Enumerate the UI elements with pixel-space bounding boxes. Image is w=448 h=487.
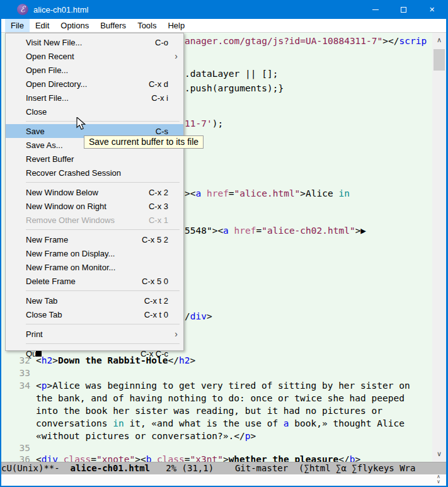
code-line: .push(arguments);} xyxy=(185,82,284,95)
code-token: a xyxy=(195,188,201,198)
code-token: the bank, and of having nothing to do: o… xyxy=(36,393,405,403)
code-token: "x3nt" xyxy=(190,454,223,462)
menubar-item-tools[interactable]: Tools xyxy=(132,19,162,32)
menubar-item-edit[interactable]: Edit xyxy=(30,19,55,32)
menu-item-shortcut: C-x t 2 xyxy=(144,296,168,306)
menu-item-recover-crashed-session[interactable]: Recover Crashed Session xyxy=(6,166,183,180)
emacs-app-icon: ℰ xyxy=(17,4,28,15)
menubar: FileEditOptionsBuffersToolsHelp xyxy=(0,19,448,33)
code-token xyxy=(201,188,207,198)
code-token: >< xyxy=(185,188,195,198)
menu-item-label: New Frame on Display... xyxy=(26,249,183,258)
menu-item-close-tab[interactable]: Close TabC-x t 0 xyxy=(6,307,183,321)
menu-item-new-frame-on-monitor[interactable]: New Frame on Monitor... xyxy=(6,260,183,274)
menu-item-label: Delete Frame xyxy=(26,277,142,286)
mouse-cursor-icon xyxy=(76,117,89,131)
echo-area[interactable]: ∧ ∨ xyxy=(1,474,446,486)
code-token: conversations xyxy=(36,418,113,428)
code-token: / xyxy=(185,311,190,321)
code-token: div xyxy=(190,311,207,321)
close-icon: ✕ xyxy=(429,6,435,14)
line-number: 34 xyxy=(1,379,30,392)
menu-item-new-frame-on-display[interactable]: New Frame on Display... xyxy=(6,246,183,260)
code-token: "alice.html" xyxy=(234,188,301,198)
code-token: > xyxy=(223,454,229,462)
scrollbar-up-arrow[interactable]: ∧ xyxy=(432,34,446,47)
code-token: 11-7' xyxy=(185,118,212,129)
code-token: it, «and what is the use of xyxy=(124,418,284,428)
scrollbar[interactable]: ∧ ∨ xyxy=(432,33,446,462)
code-token: > xyxy=(250,431,256,441)
code-token: = xyxy=(229,188,234,198)
code-token: </ xyxy=(338,454,349,462)
menu-item-insert-file[interactable]: Insert File...C-x i xyxy=(6,91,183,105)
menu-item-label: Insert File... xyxy=(26,93,151,103)
code-token: ></ xyxy=(382,36,399,46)
minimize-icon xyxy=(372,9,379,10)
maximize-icon xyxy=(401,7,406,13)
code-line: .dataLayer || []; xyxy=(185,67,278,80)
menu-item-label: Recover Crashed Session xyxy=(26,168,183,178)
menu-item-label: Visit New File... xyxy=(26,38,155,47)
menu-item-label: New Window Below xyxy=(26,188,149,197)
menu-item-label: New Frame xyxy=(26,235,142,244)
menu-item-new-window-on-right[interactable]: New Window on RightC-x 3 xyxy=(6,199,183,213)
menu-item-delete-frame[interactable]: Delete FrameC-x 5 0 xyxy=(6,274,183,288)
save-tooltip: Save current buffer to its file xyxy=(84,135,204,149)
code-token: in xyxy=(338,188,349,198)
menu-item-new-tab[interactable]: New TabC-x t 2 xyxy=(6,294,183,307)
code-text: conversations in it, «and what is the us… xyxy=(36,417,405,430)
close-button[interactable]: ✕ xyxy=(418,0,446,19)
menu-item-print[interactable]: Print› xyxy=(6,327,183,341)
code-token: anager.com/gtag/js?id=UA-10884311-7" xyxy=(185,36,382,46)
code-token: = xyxy=(185,454,190,462)
code-token: book,» thought Alice xyxy=(289,418,405,428)
menubar-item-buffers[interactable]: Buffers xyxy=(95,19,132,32)
code-token xyxy=(58,454,64,462)
minibuffer-scroll-arrows: ∧ ∨ xyxy=(435,474,442,486)
menu-item-shortcut: C-x t 0 xyxy=(144,310,168,319)
menu-item-shortcut: C-x 1 xyxy=(149,215,168,225)
menu-item-open-file[interactable]: Open File... xyxy=(6,63,183,77)
line-number: 33 xyxy=(1,367,30,379)
scrollbar-thumb[interactable] xyxy=(434,49,445,71)
menubar-item-file[interactable]: File xyxy=(5,19,30,32)
code-token: class xyxy=(64,454,91,462)
minimize-button[interactable] xyxy=(361,0,389,19)
menubar-item-options[interactable]: Options xyxy=(55,19,95,32)
titlebar[interactable]: ℰ alice-ch01.html ✕ xyxy=(0,0,448,19)
menu-item-shortcut: C-o xyxy=(155,38,168,47)
code-token: >Alice xyxy=(300,188,338,198)
code-token: «without pictures or conversation?».</ xyxy=(36,431,245,441)
code-text: the bank, and of having nothing to do: o… xyxy=(36,392,405,404)
line-number: 36 xyxy=(1,453,30,462)
code-token: div xyxy=(42,454,58,462)
menu-item-new-frame[interactable]: New FrameC-x 5 2 xyxy=(6,232,183,246)
code-token: = xyxy=(256,226,262,236)
modeline-buffer-name: alice-ch01.html xyxy=(71,463,150,473)
menu-item-visit-new-file[interactable]: Visit New File...C-o xyxy=(6,35,183,49)
menu-item-open-recent[interactable]: Open Recent› xyxy=(6,49,183,63)
menu-item-quit[interactable]: QuitC-x C-c xyxy=(6,347,183,360)
menubar-item-help[interactable]: Help xyxy=(162,19,190,32)
code-line: 5548"><a href="alice-ch02.html">▶ xyxy=(185,224,366,237)
maximize-button[interactable] xyxy=(389,0,418,19)
scrollbar-down-arrow[interactable]: ∨ xyxy=(432,448,446,461)
menu-item-shortcut: C-x 3 xyxy=(149,202,168,211)
menu-item-new-window-below[interactable]: New Window BelowC-x 2 xyxy=(6,185,183,199)
code-line: ><a href="alice.html">Alice in xyxy=(185,187,350,200)
menu-item-label: Close xyxy=(26,107,183,117)
code-token: ); xyxy=(212,118,223,129)
code-text: into the book her sister was reading, bu… xyxy=(36,404,382,417)
menu-item-open-directory[interactable]: Open Directory...C-x d xyxy=(6,77,183,91)
menu-item-close[interactable]: Close xyxy=(6,105,183,118)
code-token: >▶ xyxy=(355,226,366,236)
code-token xyxy=(151,454,157,462)
code-token: scrip xyxy=(399,36,427,46)
modeline-right: 2% (31,1) Git-master (∑html ∑α ∑flykeys … xyxy=(150,463,415,473)
menu-item-revert-buffer[interactable]: Revert Buffer xyxy=(6,152,183,166)
menu-item-label: New Tab xyxy=(26,296,144,306)
code-token: a xyxy=(223,226,229,236)
code-token: href xyxy=(234,226,256,236)
menu-item-remove-other-windows[interactable]: Remove Other WindowsC-x 1 xyxy=(6,213,183,227)
